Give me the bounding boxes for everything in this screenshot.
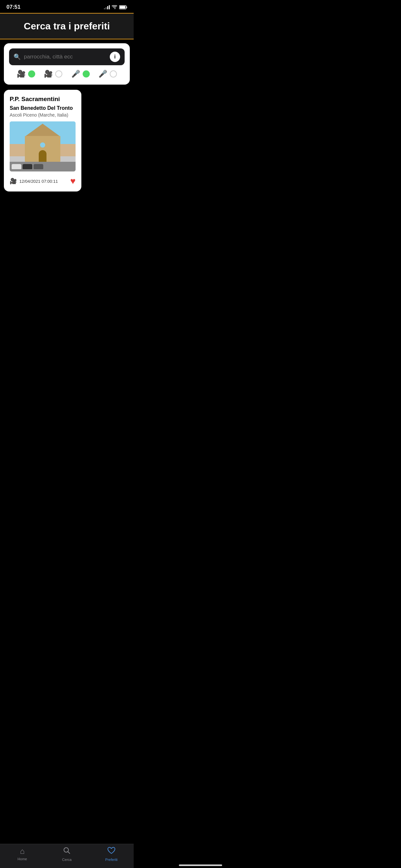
filter-mic-black[interactable]: 🎤 — [98, 70, 117, 78]
svg-rect-2 — [120, 6, 126, 8]
filter-row: 🎥 🎥 🎤 🎤 — [9, 70, 125, 78]
radio-mic-green[interactable] — [83, 70, 90, 78]
filter-video-green[interactable]: 🎥 — [17, 70, 35, 78]
card-footer: 🎥 12/04/2021 07:00:11 ♥ — [10, 176, 75, 186]
church-card[interactable]: P.P. Sacramentini San Benedetto Del Tron… — [4, 90, 81, 191]
search-icon: 🔍 — [13, 53, 21, 60]
radio-mic-black[interactable] — [110, 70, 117, 78]
card-date: 12/04/2021 07:00:11 — [19, 179, 58, 184]
radio-video-green[interactable] — [28, 70, 35, 78]
radio-video-black[interactable] — [55, 70, 62, 78]
status-time: 07:51 — [6, 4, 20, 10]
mic-black-icon: 🎤 — [98, 70, 107, 78]
search-panel: 🔍 i 🎥 🎥 🎤 🎤 — [4, 43, 130, 85]
results-area: P.P. Sacramentini San Benedetto Del Tron… — [0, 89, 134, 224]
church-illustration — [25, 136, 60, 162]
filter-mic-green[interactable]: 🎤 — [71, 70, 90, 78]
card-title: P.P. Sacramentini — [10, 96, 75, 103]
card-city: San Benedetto Del Tronto — [10, 105, 75, 111]
favorite-heart-icon[interactable]: ♥ — [70, 176, 75, 186]
video-black-icon: 🎥 — [44, 70, 53, 78]
video-green-icon: 🎥 — [17, 70, 26, 78]
mic-green-icon: 🎤 — [71, 70, 80, 78]
card-video-icon: 🎥 — [10, 178, 17, 185]
svg-rect-1 — [127, 6, 127, 8]
status-bar: 07:51 — [0, 0, 134, 13]
card-region: Ascoli Piceno (Marche, Italia) — [10, 113, 75, 118]
info-button[interactable]: i — [110, 52, 120, 62]
search-input[interactable] — [24, 54, 106, 60]
search-bar: 🔍 i — [9, 49, 125, 65]
battery-icon — [119, 5, 127, 9]
status-icons — [104, 5, 127, 9]
cars-area — [10, 162, 75, 172]
filter-video-black[interactable]: 🎥 — [44, 70, 62, 78]
card-image — [10, 121, 75, 172]
wifi-icon — [112, 5, 117, 9]
signal-icon — [104, 5, 110, 9]
page-title: Cerca tra i preferiti — [6, 21, 127, 32]
card-footer-left: 🎥 12/04/2021 07:00:11 — [10, 178, 58, 185]
page-header: Cerca tra i preferiti — [0, 13, 134, 39]
